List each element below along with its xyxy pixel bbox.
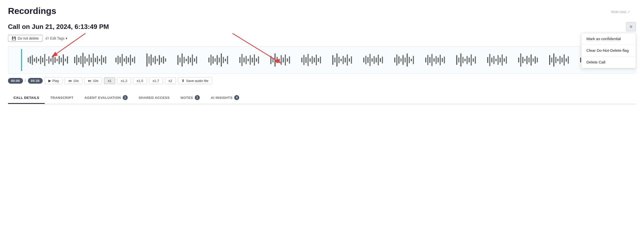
svg-rect-154	[471, 55, 472, 66]
svg-rect-89	[274, 54, 276, 67]
svg-rect-91	[278, 59, 280, 61]
svg-rect-71	[217, 55, 218, 65]
svg-rect-178	[551, 58, 552, 62]
menu-button[interactable]: ≡	[626, 22, 636, 31]
svg-rect-34	[101, 55, 102, 65]
current-time: 00:00	[8, 78, 23, 84]
svg-rect-115	[349, 58, 350, 62]
tab-ai-insights[interactable]: AI INSIGHTS 4	[205, 92, 245, 104]
forward-icon: ⏭	[88, 79, 92, 83]
svg-rect-17	[61, 58, 62, 62]
tab-notes[interactable]: NOTES 1	[175, 92, 205, 104]
download-icon: ⬇	[182, 79, 184, 83]
dropdown-menu: Mark as confidential Clear Do-Not-Delete…	[581, 33, 636, 68]
svg-rect-135	[411, 59, 412, 61]
svg-rect-142	[436, 56, 436, 64]
svg-rect-132	[404, 58, 406, 62]
svg-rect-143	[438, 58, 439, 62]
svg-rect-153	[469, 58, 470, 62]
svg-rect-69	[212, 56, 214, 63]
svg-rect-78	[242, 54, 242, 66]
svg-rect-179	[553, 54, 554, 67]
svg-rect-103	[314, 58, 315, 62]
tab-shared-access[interactable]: SHARED ACCESS	[133, 92, 175, 104]
tab-agent-evaluation[interactable]: AGENT EVALUATION 1	[79, 92, 133, 104]
svg-rect-32	[97, 56, 98, 64]
svg-rect-110	[338, 57, 340, 63]
wide-view-label: Wide view	[611, 10, 626, 14]
svg-rect-128	[396, 55, 397, 66]
svg-rect-107	[332, 55, 333, 65]
svg-rect-85	[256, 58, 257, 62]
svg-rect-130	[400, 58, 402, 62]
wide-view-button[interactable]: Wide view ⤢	[611, 10, 630, 14]
svg-rect-151	[464, 59, 466, 61]
speed-x1-button[interactable]: x1	[104, 77, 115, 84]
svg-rect-13	[52, 55, 54, 65]
svg-rect-28	[88, 55, 90, 66]
svg-rect-23	[78, 58, 79, 62]
svg-rect-58	[180, 58, 180, 62]
forward-button[interactable]: ⏭ 10s	[84, 77, 102, 84]
play-button[interactable]: ▶ Play	[45, 77, 62, 84]
svg-rect-40	[122, 54, 123, 66]
svg-rect-165	[504, 58, 505, 62]
svg-rect-61	[186, 59, 187, 61]
edit-tags-button[interactable]: 🏷 Edit Tags ▾	[46, 36, 68, 40]
time-separator: /	[25, 79, 26, 83]
svg-rect-82	[250, 55, 251, 65]
menu-item-delete-call[interactable]: Delete Call	[582, 57, 636, 68]
svg-rect-171	[526, 56, 528, 64]
speed-x1-2-button[interactable]: x1.2	[117, 77, 131, 84]
svg-rect-93	[283, 58, 284, 62]
svg-rect-43	[128, 58, 129, 62]
svg-rect-68	[210, 55, 212, 65]
disk-icon: 💾	[12, 36, 16, 40]
svg-rect-138	[427, 55, 428, 65]
notes-badge: 1	[195, 95, 200, 100]
svg-rect-77	[240, 57, 240, 63]
menu-item-mark-confidential[interactable]: Mark as confidential	[582, 33, 636, 45]
svg-rect-167	[518, 58, 519, 62]
svg-rect-94	[285, 55, 286, 66]
svg-rect-37	[116, 58, 116, 62]
menu-item-clear-flag[interactable]: Clear Do-Not-Delete flag	[582, 45, 636, 57]
do-not-delete-button[interactable]: 💾 Do not delete	[8, 35, 42, 42]
svg-rect-74	[223, 57, 224, 63]
svg-rect-144	[440, 55, 441, 65]
svg-rect-57	[177, 55, 178, 65]
svg-rect-168	[520, 54, 521, 67]
tag-icon: 🏷	[46, 36, 49, 40]
tab-call-details[interactable]: CALL DETAILS	[8, 92, 45, 104]
speed-x1-7-button[interactable]: x1.7	[149, 77, 163, 84]
svg-rect-139	[430, 57, 430, 63]
svg-rect-98	[303, 55, 304, 65]
speed-x2-button[interactable]: x2	[165, 77, 176, 84]
svg-rect-90	[276, 57, 278, 63]
svg-rect-116	[351, 56, 352, 63]
waveform-container[interactable]: // This won't run in SVG, so we inline t…	[8, 46, 636, 74]
svg-rect-150	[462, 57, 464, 63]
svg-rect-127	[394, 58, 395, 62]
svg-rect-175	[535, 56, 536, 63]
svg-rect-76	[227, 56, 228, 64]
speed-x1-5-button[interactable]: x1.5	[133, 77, 147, 84]
svg-rect-41	[124, 58, 125, 62]
rewind-button[interactable]: ⏮ 10s	[64, 77, 82, 84]
svg-rect-95	[287, 58, 288, 62]
tab-transcript[interactable]: TRANSCRIPT	[45, 92, 79, 104]
svg-rect-47	[146, 54, 148, 67]
svg-rect-12	[50, 58, 52, 62]
svg-rect-184	[564, 55, 565, 66]
svg-rect-169	[522, 57, 523, 63]
svg-rect-121	[372, 58, 373, 62]
svg-rect-105	[318, 58, 319, 62]
rewind-icon: ⏮	[68, 79, 72, 83]
svg-rect-25	[82, 53, 84, 67]
svg-rect-131	[402, 55, 404, 65]
save-audio-button[interactable]: ⬇ Save audio file	[178, 77, 212, 84]
svg-rect-113	[345, 58, 346, 62]
svg-rect-145	[442, 58, 443, 62]
svg-rect-100	[308, 54, 308, 66]
svg-rect-36	[105, 56, 106, 63]
